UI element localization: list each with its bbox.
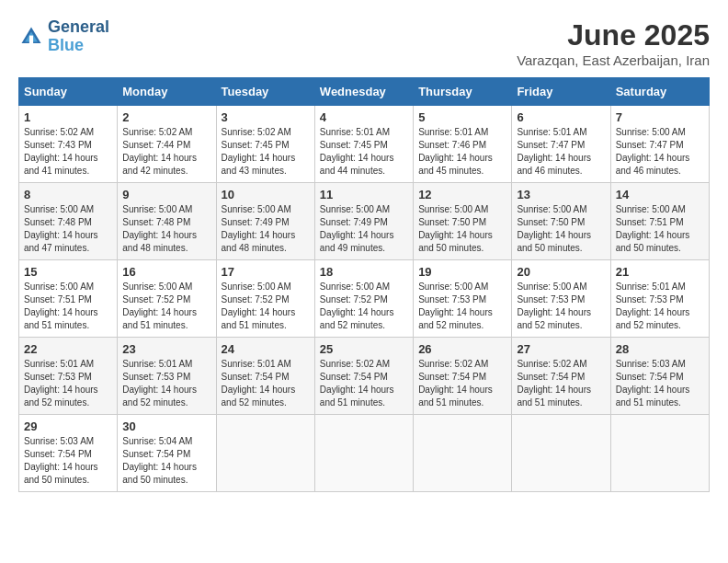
day-info: Sunrise: 5:03 AM Sunset: 7:54 PM Dayligh… xyxy=(24,435,112,487)
title-area: June 2025 Varazqan, East Azerbaijan, Ira… xyxy=(517,18,710,68)
weekday-header: Saturday xyxy=(610,78,709,106)
day-number: 5 xyxy=(418,110,506,124)
calendar-day-cell xyxy=(314,415,413,492)
day-number: 14 xyxy=(616,188,704,201)
day-number: 19 xyxy=(418,265,506,279)
day-number: 28 xyxy=(616,342,704,356)
day-info: Sunrise: 5:01 AM Sunset: 7:53 PM Dayligh… xyxy=(122,358,210,409)
day-info: Sunrise: 5:00 AM Sunset: 7:52 PM Dayligh… xyxy=(222,281,310,332)
day-number: 6 xyxy=(517,110,605,124)
day-number: 15 xyxy=(24,265,112,279)
day-number: 16 xyxy=(122,265,210,279)
day-info: Sunrise: 5:01 AM Sunset: 7:45 PM Dayligh… xyxy=(320,126,408,178)
day-info: Sunrise: 5:03 AM Sunset: 7:54 PM Dayligh… xyxy=(616,358,704,409)
weekday-header: Friday xyxy=(512,78,610,106)
calendar-day-cell: 12 Sunrise: 5:00 AM Sunset: 7:50 PM Dayl… xyxy=(414,183,512,260)
day-info: Sunrise: 5:00 AM Sunset: 7:51 PM Dayligh… xyxy=(24,281,112,332)
calendar-header-row: SundayMondayTuesdayWednesdayThursdayFrid… xyxy=(19,78,710,106)
logo: GeneralBlue xyxy=(18,18,109,55)
calendar-day-cell: 21 Sunrise: 5:01 AM Sunset: 7:53 PM Dayl… xyxy=(610,260,709,338)
day-number: 4 xyxy=(320,110,408,124)
day-info: Sunrise: 5:01 AM Sunset: 7:47 PM Dayligh… xyxy=(517,126,605,178)
calendar-day-cell xyxy=(610,415,709,492)
calendar-day-cell: 23 Sunrise: 5:01 AM Sunset: 7:53 PM Dayl… xyxy=(118,338,216,415)
day-info: Sunrise: 5:00 AM Sunset: 7:53 PM Dayligh… xyxy=(418,281,506,332)
day-number: 7 xyxy=(616,110,704,124)
calendar-day-cell: 10 Sunrise: 5:00 AM Sunset: 7:49 PM Dayl… xyxy=(216,183,314,260)
calendar-day-cell xyxy=(512,415,610,492)
calendar-week-row: 29 Sunrise: 5:03 AM Sunset: 7:54 PM Dayl… xyxy=(19,415,710,492)
calendar-day-cell: 27 Sunrise: 5:02 AM Sunset: 7:54 PM Dayl… xyxy=(512,338,610,415)
month-title: June 2025 xyxy=(517,18,710,52)
day-number: 30 xyxy=(122,419,210,433)
day-number: 2 xyxy=(122,110,210,124)
day-info: Sunrise: 5:00 AM Sunset: 7:50 PM Dayligh… xyxy=(418,203,506,255)
calendar-day-cell: 7 Sunrise: 5:00 AM Sunset: 7:47 PM Dayli… xyxy=(610,106,709,183)
day-info: Sunrise: 5:00 AM Sunset: 7:50 PM Dayligh… xyxy=(517,203,605,255)
calendar-week-row: 1 Sunrise: 5:02 AM Sunset: 7:43 PM Dayli… xyxy=(19,106,710,183)
calendar-day-cell: 2 Sunrise: 5:02 AM Sunset: 7:44 PM Dayli… xyxy=(118,106,216,183)
calendar-day-cell: 9 Sunrise: 5:00 AM Sunset: 7:48 PM Dayli… xyxy=(118,183,216,260)
day-number: 1 xyxy=(24,110,112,124)
weekday-header: Monday xyxy=(118,78,216,106)
weekday-header: Thursday xyxy=(414,78,512,106)
calendar-day-cell: 19 Sunrise: 5:00 AM Sunset: 7:53 PM Dayl… xyxy=(414,260,512,338)
day-number: 29 xyxy=(24,419,112,433)
day-info: Sunrise: 5:00 AM Sunset: 7:48 PM Dayligh… xyxy=(122,203,210,255)
day-info: Sunrise: 5:00 AM Sunset: 7:47 PM Dayligh… xyxy=(616,126,704,178)
calendar-day-cell: 29 Sunrise: 5:03 AM Sunset: 7:54 PM Dayl… xyxy=(19,415,118,492)
calendar-day-cell: 14 Sunrise: 5:00 AM Sunset: 7:51 PM Dayl… xyxy=(610,183,709,260)
calendar-day-cell: 6 Sunrise: 5:01 AM Sunset: 7:47 PM Dayli… xyxy=(512,106,610,183)
calendar-day-cell: 15 Sunrise: 5:00 AM Sunset: 7:51 PM Dayl… xyxy=(19,260,118,338)
calendar-day-cell: 4 Sunrise: 5:01 AM Sunset: 7:45 PM Dayli… xyxy=(314,106,413,183)
day-number: 17 xyxy=(222,265,310,279)
calendar-week-row: 15 Sunrise: 5:00 AM Sunset: 7:51 PM Dayl… xyxy=(19,260,710,338)
day-number: 21 xyxy=(616,265,704,279)
day-number: 9 xyxy=(122,188,210,201)
day-info: Sunrise: 5:04 AM Sunset: 7:54 PM Dayligh… xyxy=(122,435,210,487)
day-info: Sunrise: 5:00 AM Sunset: 7:52 PM Dayligh… xyxy=(122,281,210,332)
day-number: 10 xyxy=(222,188,310,201)
calendar-day-cell: 28 Sunrise: 5:03 AM Sunset: 7:54 PM Dayl… xyxy=(610,338,709,415)
day-info: Sunrise: 5:00 AM Sunset: 7:52 PM Dayligh… xyxy=(320,281,408,332)
weekday-header: Tuesday xyxy=(216,78,314,106)
day-info: Sunrise: 5:00 AM Sunset: 7:53 PM Dayligh… xyxy=(517,281,605,332)
day-info: Sunrise: 5:02 AM Sunset: 7:54 PM Dayligh… xyxy=(418,358,506,409)
day-info: Sunrise: 5:00 AM Sunset: 7:49 PM Dayligh… xyxy=(222,203,310,255)
day-info: Sunrise: 5:02 AM Sunset: 7:54 PM Dayligh… xyxy=(517,358,605,409)
calendar-day-cell: 20 Sunrise: 5:00 AM Sunset: 7:53 PM Dayl… xyxy=(512,260,610,338)
day-info: Sunrise: 5:01 AM Sunset: 7:53 PM Dayligh… xyxy=(24,358,112,409)
calendar-day-cell: 26 Sunrise: 5:02 AM Sunset: 7:54 PM Dayl… xyxy=(414,338,512,415)
day-info: Sunrise: 5:00 AM Sunset: 7:48 PM Dayligh… xyxy=(24,203,112,255)
calendar-day-cell: 13 Sunrise: 5:00 AM Sunset: 7:50 PM Dayl… xyxy=(512,183,610,260)
calendar-day-cell: 22 Sunrise: 5:01 AM Sunset: 7:53 PM Dayl… xyxy=(19,338,118,415)
day-number: 18 xyxy=(320,265,408,279)
calendar-week-row: 8 Sunrise: 5:00 AM Sunset: 7:48 PM Dayli… xyxy=(19,183,710,260)
day-number: 20 xyxy=(517,265,605,279)
calendar-day-cell: 11 Sunrise: 5:00 AM Sunset: 7:49 PM Dayl… xyxy=(314,183,413,260)
day-number: 22 xyxy=(24,342,112,356)
calendar-day-cell: 18 Sunrise: 5:00 AM Sunset: 7:52 PM Dayl… xyxy=(314,260,413,338)
day-info: Sunrise: 5:01 AM Sunset: 7:46 PM Dayligh… xyxy=(418,126,506,178)
day-number: 12 xyxy=(418,188,506,201)
calendar-day-cell: 5 Sunrise: 5:01 AM Sunset: 7:46 PM Dayli… xyxy=(414,106,512,183)
day-number: 24 xyxy=(222,342,310,356)
day-number: 3 xyxy=(222,110,310,124)
day-number: 11 xyxy=(320,188,408,201)
calendar-day-cell: 25 Sunrise: 5:02 AM Sunset: 7:54 PM Dayl… xyxy=(314,338,413,415)
weekday-header: Sunday xyxy=(19,78,118,106)
day-info: Sunrise: 5:00 AM Sunset: 7:49 PM Dayligh… xyxy=(320,203,408,255)
day-number: 27 xyxy=(517,342,605,356)
logo-icon xyxy=(18,24,44,50)
day-number: 25 xyxy=(320,342,408,356)
calendar-week-row: 22 Sunrise: 5:01 AM Sunset: 7:53 PM Dayl… xyxy=(19,338,710,415)
day-info: Sunrise: 5:01 AM Sunset: 7:53 PM Dayligh… xyxy=(616,281,704,332)
svg-rect-2 xyxy=(29,35,33,42)
weekday-header: Wednesday xyxy=(314,78,413,106)
calendar-day-cell: 3 Sunrise: 5:02 AM Sunset: 7:45 PM Dayli… xyxy=(216,106,314,183)
day-info: Sunrise: 5:02 AM Sunset: 7:45 PM Dayligh… xyxy=(222,126,310,178)
day-info: Sunrise: 5:02 AM Sunset: 7:44 PM Dayligh… xyxy=(122,126,210,178)
calendar-table: SundayMondayTuesdayWednesdayThursdayFrid… xyxy=(18,77,710,492)
calendar-day-cell: 16 Sunrise: 5:00 AM Sunset: 7:52 PM Dayl… xyxy=(118,260,216,338)
day-info: Sunrise: 5:01 AM Sunset: 7:54 PM Dayligh… xyxy=(222,358,310,409)
